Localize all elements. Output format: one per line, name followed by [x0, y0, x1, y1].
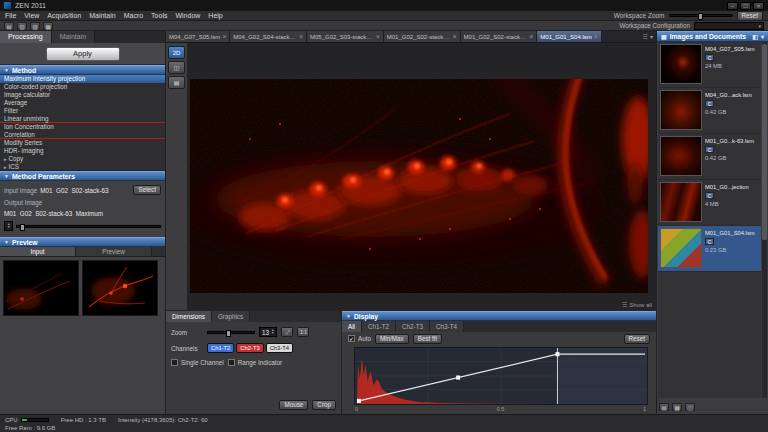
slider-knob[interactable] — [226, 330, 231, 337]
slider-knob[interactable] — [20, 224, 25, 231]
close-tab-icon[interactable]: × — [299, 33, 303, 40]
open-file-icon[interactable]: ▥ — [17, 22, 27, 30]
range-indicator-checkbox[interactable]: Range Indicator — [228, 359, 282, 366]
display-tab-ch1-t2[interactable]: Ch1-T2 — [362, 321, 396, 332]
spinner-arrows-icon[interactable]: ▲▼ — [271, 329, 274, 335]
info-view-icon[interactable]: ▤ — [168, 76, 185, 89]
tool-tab-processing[interactable]: Processing — [0, 31, 52, 43]
panel-tab-graphics[interactable]: Graphics — [212, 311, 250, 322]
plane-slider[interactable] — [16, 225, 161, 228]
display-tab-ch2-t3[interactable]: Ch2-T3 — [396, 321, 430, 332]
plane-spinbox[interactable]: ▲▼ — [4, 221, 13, 231]
display-panel-header[interactable]: ▼ Display — [342, 311, 656, 321]
workspace-config-dropdown[interactable]: ▾ — [694, 22, 764, 30]
save-icon[interactable]: ▨ — [30, 22, 40, 30]
reset-display-button[interactable]: Reset — [624, 334, 650, 344]
document-tab[interactable]: M01_G02_S02-stack-6...jection× — [461, 31, 538, 42]
close-button[interactable]: × — [753, 2, 764, 10]
method-item-copy[interactable]: ▸Copy — [0, 155, 165, 163]
microscopy-image[interactable] — [190, 79, 648, 293]
display-tab-ch3-t4[interactable]: Ch3-T4 — [430, 321, 464, 332]
slider-knob[interactable] — [698, 13, 703, 20]
method-item-color-coded-projection[interactable]: Color-coded projection — [0, 83, 165, 91]
tab-list-icon[interactable]: ☰ — [643, 33, 648, 40]
close-tab-icon[interactable]: × — [376, 33, 380, 40]
mouse-button[interactable]: Mouse — [279, 400, 308, 410]
crop-button[interactable]: Crop — [312, 400, 336, 410]
method-item-modify-series[interactable]: Modify Series — [0, 139, 165, 147]
preview-input-thumbnail[interactable] — [3, 260, 79, 316]
close-tab-icon[interactable]: × — [530, 33, 534, 40]
zoom-actual-icon[interactable]: 1:1 — [297, 327, 309, 337]
split-view-icon[interactable]: ◫ — [168, 61, 185, 74]
scrollbar-thumb[interactable] — [762, 44, 767, 240]
best-fit-button[interactable]: Best fit — [413, 334, 442, 344]
method-section-header[interactable]: ▼ Method — [0, 65, 165, 75]
new-document-icon[interactable]: ▤ — [4, 22, 14, 30]
display-histogram[interactable] — [354, 347, 648, 405]
close-tab-icon[interactable]: × — [222, 33, 226, 40]
menu-acquisition[interactable]: Acquisition — [47, 12, 81, 19]
zoom-value-spinbox[interactable]: 13 ▲▼ — [259, 327, 277, 337]
menu-file[interactable]: File — [5, 12, 16, 19]
chevron-down-icon[interactable]: ▾ — [650, 33, 653, 40]
method-item-maximum-intensity-projection[interactable]: Maximum intensity projection — [0, 75, 165, 83]
document-tab[interactable]: M04_G02_S04-stack.lsm× — [230, 31, 307, 42]
preview-result-thumbnail[interactable] — [82, 260, 158, 316]
reset-workspace-button[interactable]: Reset — [737, 11, 763, 21]
settings-icon[interactable]: ▦ — [43, 22, 53, 30]
display-tab-all[interactable]: All — [342, 321, 362, 332]
method-item-image-calculator[interactable]: Image calculator — [0, 91, 165, 99]
checkbox-icon[interactable] — [228, 359, 235, 366]
view-mode-2d-button[interactable]: 2D — [168, 46, 185, 59]
single-channel-checkbox[interactable]: Single Channel — [171, 359, 224, 366]
document-tab[interactable]: M01_G01_S04.lsm× — [537, 31, 601, 42]
split-icon[interactable]: ◫ — [685, 403, 695, 411]
list-view-icon[interactable]: ▤ — [659, 403, 669, 411]
grid-view-icon[interactable]: ▦ — [672, 403, 682, 411]
method-item-correlation[interactable]: Correlation — [0, 131, 165, 139]
image-document-item[interactable]: M01_G01_S04.lsmC0.23 GB — [658, 226, 761, 272]
method-parameters-header[interactable]: ▼ Method Parameters — [0, 171, 165, 181]
image-document-item[interactable]: M04_G0...ack.lsmC0.42 GB — [658, 88, 761, 134]
zoom-fit-icon[interactable]: ⤢ — [281, 327, 293, 337]
panel-tab-dimensions[interactable]: Dimensions — [166, 311, 212, 322]
image-canvas[interactable]: ☰ Show all — [188, 43, 656, 310]
minimize-button[interactable]: – — [727, 2, 738, 10]
menu-maintain[interactable]: Maintain — [89, 12, 115, 19]
document-tab[interactable]: M01_G02_S02-stack-63.lsm× — [384, 31, 461, 42]
zoom-slider[interactable] — [207, 331, 255, 334]
channel-button-ch3-t4[interactable]: Ch3-T4 — [266, 343, 293, 353]
select-input-button[interactable]: Select — [133, 185, 161, 195]
image-document-item[interactable]: M01_G0...jectionC4 MB — [658, 180, 761, 226]
document-tab[interactable]: M04_G07_S05.lsm× — [166, 31, 230, 42]
min-max-button[interactable]: Min/Max — [375, 334, 409, 344]
pin-icon[interactable]: ▾ — [761, 33, 764, 40]
method-item-ics[interactable]: ▸ICS — [0, 163, 165, 171]
panel-options-icon[interactable]: ◧ — [752, 33, 758, 40]
document-tab[interactable]: M05_G02_S03-stack.lsm× — [307, 31, 384, 42]
maximize-button[interactable]: □ — [740, 2, 751, 10]
checkbox-icon[interactable]: ✓ — [348, 335, 355, 342]
menu-help[interactable]: Help — [208, 12, 222, 19]
apply-button[interactable]: Apply — [46, 47, 120, 61]
method-item-linear-unmixing[interactable]: Linear unmixing — [0, 115, 165, 123]
image-document-item[interactable]: M04_G07_S05.lsmC24 MB — [658, 42, 761, 88]
tool-tab-maintain[interactable]: Maintain — [52, 31, 95, 43]
spinner-arrows-icon[interactable]: ▲▼ — [7, 223, 10, 229]
menu-tools[interactable]: Tools — [151, 12, 167, 19]
images-panel-header[interactable]: ▦ Images and Documents ◧ ▾ — [657, 31, 768, 42]
preview-tab-preview[interactable]: Preview — [76, 247, 152, 256]
preview-section-header[interactable]: ▼ Preview — [0, 237, 165, 247]
images-scrollbar[interactable] — [762, 42, 767, 398]
preview-tab-input[interactable]: Input — [0, 247, 76, 256]
close-tab-icon[interactable]: × — [453, 33, 457, 40]
checkbox-icon[interactable] — [171, 359, 178, 366]
method-item-average[interactable]: Average — [0, 99, 165, 107]
method-item-hdr-imaging[interactable]: HDR- imaging — [0, 147, 165, 155]
channel-button-ch1-t2[interactable]: Ch1-T2 — [207, 343, 234, 353]
workspace-zoom-slider[interactable] — [669, 14, 733, 17]
close-tab-icon[interactable]: × — [594, 33, 598, 40]
show-all-control[interactable]: ☰ Show all — [622, 301, 652, 308]
auto-checkbox[interactable]: ✓ Auto — [348, 335, 371, 342]
